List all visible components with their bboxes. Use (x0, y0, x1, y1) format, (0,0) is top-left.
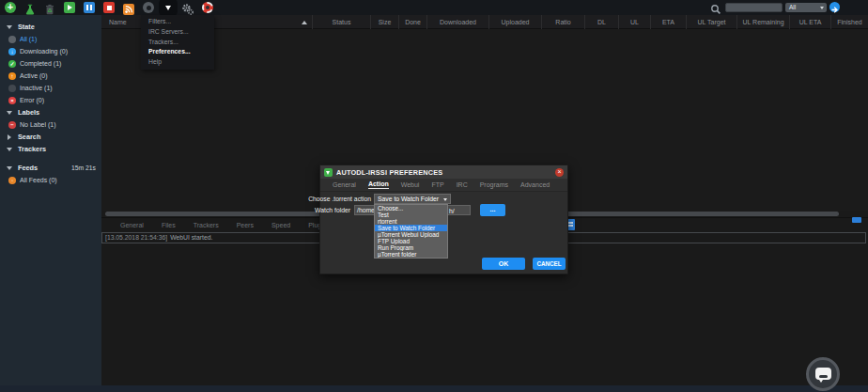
column-dl[interactable]: DL (585, 15, 619, 29)
column-done[interactable]: Done (399, 15, 427, 29)
option-rtorrent[interactable]: rtorrent (375, 218, 447, 225)
settings-gears-icon[interactable] (182, 2, 194, 13)
menu-item-irc-servers[interactable]: IRC Servers... (141, 27, 214, 38)
dialog-tab-advanced[interactable]: Advanced (520, 181, 550, 189)
autodl-icon (324, 168, 333, 177)
watch-folder-value-end: h/ (449, 207, 455, 215)
filter-completed[interactable]: ✓Completed (1) (0, 57, 101, 70)
column-eta[interactable]: ETA (651, 15, 687, 29)
watch-folder-label: Watch folder (315, 207, 350, 213)
section-search[interactable]: Search (0, 131, 101, 143)
section-trackers[interactable]: Trackers (0, 143, 101, 155)
chevron-down-icon (820, 7, 824, 9)
option-utorrent-webui-upload[interactable]: µTorrent Webui Upload (375, 231, 447, 238)
toolbar: All (0, 0, 868, 15)
tab-general[interactable]: General (120, 222, 144, 228)
feeds-rss-icon: ◦ (8, 177, 16, 184)
close-icon[interactable]: × (555, 168, 564, 177)
autodl-irssi-icon[interactable] (163, 2, 174, 13)
section-feeds[interactable]: Feeds15m 21s (0, 162, 101, 174)
rutorrent-app: All Name Status Size Done Downloaded Upl… (0, 0, 868, 392)
search-input[interactable] (725, 3, 783, 12)
option-choose[interactable]: Choose... (375, 205, 447, 212)
search-go-button[interactable] (829, 2, 840, 12)
remove-torrent-icon[interactable] (44, 2, 55, 13)
dialog-title-bar: AUTODL-IRSSI PREFERENCES × (320, 165, 567, 179)
downloading-status-icon: ↓ (8, 48, 16, 55)
autodl-preferences-dialog: AUTODL-IRSSI PREFERENCES × General Actio… (319, 165, 568, 274)
filter-no-label[interactable]: −No Label (1) (0, 118, 101, 131)
chevron-right-icon (8, 134, 11, 140)
browse-button[interactable]: ... (480, 204, 505, 216)
sort-ascending-icon (302, 21, 307, 24)
option-utorrent-folder[interactable]: µTorrent folder (375, 251, 447, 258)
option-run-program[interactable]: Run Program (375, 244, 447, 251)
menu-item-trackers[interactable]: Trackers... (141, 38, 214, 48)
column-ul-target[interactable]: UL Target (687, 15, 737, 29)
torrent-action-label: Choose .torrent action (308, 196, 371, 202)
column-ratio[interactable]: Ratio (542, 15, 585, 29)
option-save-to-watch-folder[interactable]: Save to Watch Folder (375, 225, 447, 231)
dialog-tab-programs[interactable]: Programs (480, 181, 508, 189)
tab-speed[interactable]: Speed (271, 222, 290, 228)
add-torrent-icon[interactable] (5, 2, 16, 13)
tab-trackers[interactable]: Trackers (194, 222, 219, 228)
chat-widget-button[interactable] (806, 357, 840, 391)
search-filter-value: All (789, 4, 796, 10)
filter-all[interactable]: All (1) (0, 33, 101, 45)
dialog-tab-action[interactable]: Action (368, 180, 389, 189)
sidebar: State All (1) ↓Downloading (0) ✓Complete… (0, 15, 101, 385)
section-labels[interactable]: Labels (0, 106, 101, 118)
disc-icon[interactable] (143, 2, 154, 13)
torrent-action-value: Save to Watch Folder (378, 196, 439, 202)
section-state[interactable]: State (0, 21, 101, 33)
help-lifebuoy-icon[interactable] (202, 2, 213, 13)
option-ftp-upload[interactable]: FTP Upload (375, 238, 447, 244)
filter-error[interactable]: ×Error (0) (0, 94, 101, 106)
log-timestamp: [13.05.2018 21:54:36] (105, 234, 167, 241)
search-filter-select[interactable]: All (785, 3, 827, 12)
start-icon[interactable] (64, 2, 75, 13)
torrent-table-header: Name Status Size Done Downloaded Uploade… (101, 15, 868, 29)
torrent-action-select[interactable]: Save to Watch Folder (374, 194, 451, 204)
cancel-button[interactable]: CANCEL (533, 258, 566, 270)
dialog-tab-general[interactable]: General (333, 181, 356, 189)
column-ul-eta[interactable]: UL ETA (790, 15, 831, 29)
chevron-down-icon (7, 166, 12, 170)
rss-icon[interactable] (123, 2, 134, 13)
all-status-icon (8, 36, 16, 43)
filter-active[interactable]: ↑Active (0) (0, 70, 101, 82)
column-status[interactable]: Status (313, 15, 371, 29)
chevron-down-icon (7, 111, 12, 115)
dialog-tabs: General Action Webui FTP IRC Programs Ad… (320, 179, 567, 192)
option-test[interactable]: Test (375, 212, 447, 218)
tab-files[interactable]: Files (162, 222, 176, 228)
column-finished[interactable]: Finished (831, 15, 868, 29)
log-message: WebUI started. (170, 234, 212, 241)
ok-button[interactable]: OK (482, 258, 525, 270)
column-uploaded[interactable]: Uploaded (489, 15, 542, 29)
menu-item-preferences[interactable]: Preferences... (141, 47, 214, 57)
dialog-tab-irc[interactable]: IRC (457, 181, 468, 189)
filter-all-feeds[interactable]: ◦All Feeds (0) (0, 174, 101, 186)
filter-inactive[interactable]: Inactive (1) (0, 82, 101, 94)
create-torrent-icon[interactable] (24, 2, 36, 13)
menu-item-filters[interactable]: Filters... (141, 17, 214, 27)
menu-item-help[interactable]: Help (141, 57, 214, 68)
dialog-tab-webui[interactable]: Webui (401, 181, 420, 189)
column-ul-remaining[interactable]: UL Remaining (737, 15, 790, 29)
footer-bar (0, 385, 868, 392)
action-dropdown-list: Choose... Test rtorrent Save to Watch Fo… (374, 204, 448, 259)
dialog-tab-ftp[interactable]: FTP (431, 181, 443, 189)
column-ul[interactable]: UL (619, 15, 651, 29)
column-downloaded[interactable]: Downloaded (427, 15, 489, 29)
tab-peers[interactable]: Peers (237, 222, 254, 228)
filter-downloading[interactable]: ↓Downloading (0) (0, 45, 101, 57)
pause-icon[interactable] (84, 2, 95, 13)
stop-icon[interactable] (103, 2, 115, 13)
column-size[interactable]: Size (371, 15, 399, 29)
dialog-title: AUTODL-IRSSI PREFERENCES (336, 168, 442, 177)
chevron-down-icon (7, 25, 12, 29)
active-status-icon: ↑ (8, 72, 16, 80)
blue-scrollbar-fragment[interactable] (852, 217, 861, 223)
